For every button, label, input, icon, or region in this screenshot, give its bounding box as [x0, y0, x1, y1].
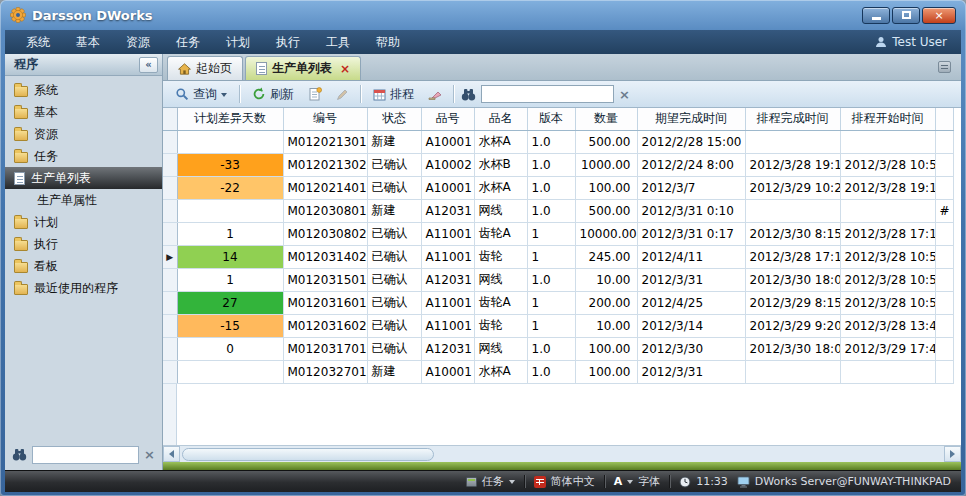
clear-grid-search-icon[interactable]: ×	[619, 88, 630, 101]
grid-cell-extra	[935, 337, 953, 360]
grid-cell-status: 新建	[367, 360, 421, 383]
refresh-button[interactable]: 刷新	[247, 84, 299, 105]
grid-cell-ver: 1.0	[527, 268, 575, 291]
table-row[interactable]: 27M012031601已确认A11001齿轮A1200.002012/4/25…	[163, 291, 953, 314]
grid-cell-pname: 齿轮A	[474, 222, 527, 245]
sidebar-search-input[interactable]	[32, 446, 139, 464]
folder-icon	[14, 218, 28, 229]
grid-cell-sched_end	[745, 130, 840, 153]
column-header-pno[interactable]: 品号	[421, 108, 474, 130]
minimize-button[interactable]	[862, 7, 890, 24]
statusbar-font[interactable]: A 字体	[614, 474, 661, 489]
current-row-marker: ▶	[163, 245, 177, 268]
column-header-sched_end[interactable]: 排程完成时间	[745, 108, 840, 130]
column-header-ver[interactable]: 版本	[527, 108, 575, 130]
grid-cell-sched_start: 2012/3/28 10:52	[840, 245, 935, 268]
edit-record-button[interactable]	[331, 84, 353, 105]
table-row[interactable]: 1M012030802已确认A11001齿轮A110000.002012/3/3…	[163, 222, 953, 245]
title-bar[interactable]: Darsson DWorks ×	[0, 0, 966, 30]
user-menu[interactable]: Test User	[875, 35, 953, 49]
grid-cell-pno: A10002	[421, 153, 474, 176]
table-row[interactable]: M012021301新建A10001水杯A1.0500.002012/2/28 …	[163, 130, 953, 153]
statusbar-tasks[interactable]: 任务	[466, 474, 515, 489]
column-header-no[interactable]: 编号	[283, 108, 367, 130]
scrollbar-thumb[interactable]	[182, 448, 434, 461]
statusbar-language[interactable]: 简体中文	[534, 474, 595, 489]
grid-cell-pno: A10001	[421, 130, 474, 153]
table-row[interactable]: M012032701新建A10001水杯A1.0100.002012/3/31	[163, 360, 953, 383]
chevron-down-icon	[627, 480, 633, 484]
grid-cell-diff: 1	[177, 268, 283, 291]
statusbar-server[interactable]: DWorks Server@FUNWAY-THINKPAD	[737, 475, 951, 488]
grid-search-input[interactable]	[481, 85, 614, 103]
chevron-down-icon	[509, 480, 515, 484]
sidebar-items: 系统基本资源任务生产单列表生产单属性计划执行看板最近使用的程序	[5, 76, 162, 444]
grid-cell-extra	[935, 222, 953, 245]
horizontal-scrollbar[interactable]	[163, 445, 961, 462]
sidebar-item-资源[interactable]: 资源	[5, 123, 162, 145]
query-button[interactable]: 查询	[170, 84, 232, 105]
collapse-sidebar-button[interactable]: «	[139, 57, 158, 73]
menu-item-任务[interactable]: 任务	[163, 30, 213, 54]
clear-sidebar-search-icon[interactable]: ×	[144, 448, 155, 461]
grid-cell-sched_start: 2012/3/28 13:40	[840, 314, 935, 337]
pin-icon[interactable]	[938, 61, 951, 73]
menu-item-执行[interactable]: 执行	[263, 30, 313, 54]
tab-production-order-list[interactable]: 生产单列表 ×	[245, 56, 361, 80]
menu-item-基本[interactable]: 基本	[63, 30, 113, 54]
column-header-sched_start[interactable]: 排程开始时间	[840, 108, 935, 130]
grid-cell-extra	[935, 291, 953, 314]
table-row[interactable]: -22M012021401已确认A10001水杯A1.0100.002012/3…	[163, 176, 953, 199]
grid-cell-expect: 2012/3/30	[637, 337, 745, 360]
grid-cell-sched_start	[840, 130, 935, 153]
statusbar-time[interactable]: 11:33	[679, 475, 728, 488]
table-row[interactable]: ▶14M012031402已确认A11001齿轮1245.002012/4/11…	[163, 245, 953, 268]
grid-cell-status: 新建	[367, 130, 421, 153]
sidebar-item-基本[interactable]: 基本	[5, 101, 162, 123]
sidebar-item-label: 执行	[34, 236, 58, 253]
menu-item-资源[interactable]: 资源	[113, 30, 163, 54]
language-label: 简体中文	[551, 474, 595, 489]
column-header-status[interactable]: 状态	[367, 108, 421, 130]
sidebar-item-生产单属性[interactable]: 生产单属性	[5, 189, 162, 211]
grid-cell-sched_end: 2012/3/30 18:00	[745, 268, 840, 291]
sidebar-item-系统[interactable]: 系统	[5, 79, 162, 101]
table-row[interactable]: 0M012031701已确认A12031网线1.0100.002012/3/30…	[163, 337, 953, 360]
sidebar-item-任务[interactable]: 任务	[5, 145, 162, 167]
grid-cell-sched_end: 2012/3/30 8:15	[745, 222, 840, 245]
sidebar-item-最近使用的程序[interactable]: 最近使用的程序	[5, 277, 162, 299]
sidebar-item-计划[interactable]: 计划	[5, 211, 162, 233]
close-tab-icon[interactable]: ×	[340, 62, 350, 76]
table-row[interactable]: M012030801新建A12031网线1.0500.002012/3/31 0…	[163, 199, 953, 222]
table-row[interactable]: -15M012031602已确认A11001齿轮110.002012/3/142…	[163, 314, 953, 337]
column-header-expect[interactable]: 期望完成时间	[637, 108, 745, 130]
grid-cell-pno: A10001	[421, 360, 474, 383]
grid-cell-pname: 水杯A	[474, 360, 527, 383]
scroll-left-button[interactable]	[163, 446, 180, 462]
grid-cell-qty: 1000.00	[575, 153, 637, 176]
column-header-qty[interactable]: 数量	[575, 108, 637, 130]
clear-schedule-button[interactable]	[424, 84, 446, 105]
menu-item-计划[interactable]: 计划	[213, 30, 263, 54]
sidebar-item-生产单列表[interactable]: 生产单列表	[5, 167, 162, 189]
menu-item-工具[interactable]: 工具	[313, 30, 363, 54]
tab-home[interactable]: 起始页	[167, 56, 243, 80]
grid-cell-pname: 网线	[474, 337, 527, 360]
find-binoculars-icon[interactable]	[461, 88, 476, 101]
schedule-button[interactable]: 排程	[368, 84, 419, 105]
menu-item-系统[interactable]: 系统	[13, 30, 63, 54]
column-header-extra[interactable]	[935, 108, 953, 130]
column-header-pname[interactable]: 品名	[474, 108, 527, 130]
scroll-right-button[interactable]	[944, 446, 961, 462]
menu-item-帮助[interactable]: 帮助	[363, 30, 413, 54]
maximize-button[interactable]	[892, 7, 920, 24]
new-record-button[interactable]	[304, 84, 326, 105]
table-row[interactable]: -33M012021302已确认A10002水杯B1.01000.002012/…	[163, 153, 953, 176]
table-row[interactable]: 1M012031501已确认A12031网线1.010.002012/3/312…	[163, 268, 953, 291]
column-header-diff[interactable]: 计划差异天数	[177, 108, 283, 130]
grid-cell-status: 已确认	[367, 222, 421, 245]
new-document-icon	[309, 87, 322, 101]
close-button[interactable]: ×	[922, 7, 956, 24]
sidebar-item-看板[interactable]: 看板	[5, 255, 162, 277]
sidebar-item-执行[interactable]: 执行	[5, 233, 162, 255]
